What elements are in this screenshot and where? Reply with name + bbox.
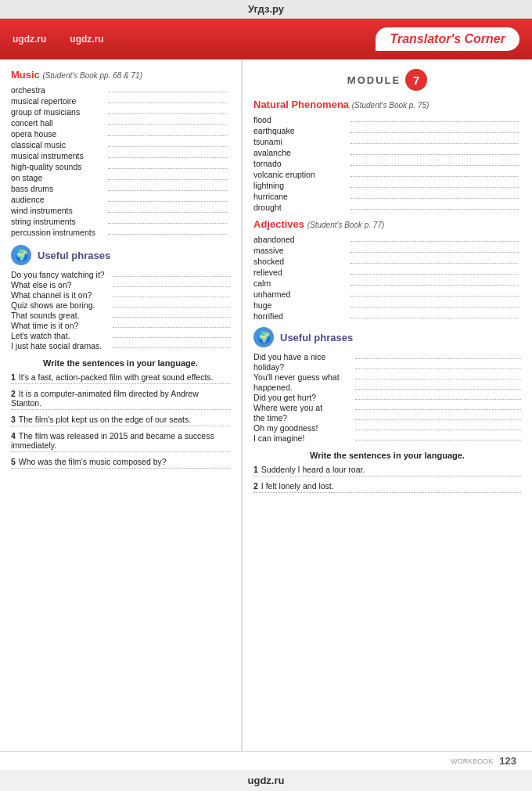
sentence-line <box>11 468 230 469</box>
vocab-dots <box>350 252 518 253</box>
vocab-word: musical instruments <box>11 151 105 160</box>
vocab-word: earthquake <box>253 126 347 135</box>
vocab-row: orchestra <box>11 85 230 95</box>
sentence-num: 3 <box>11 415 16 424</box>
vocab-row: calm <box>253 279 521 288</box>
phrase-text: Quiz shows are boring. <box>11 300 113 310</box>
sentences-1-list: 1It's a fast, action-packed film with gr… <box>11 372 230 469</box>
useful-phrases-1-header: 🌍 Useful phrases <box>11 245 230 265</box>
phrase-dots <box>113 347 230 348</box>
write-title-2: Write the sentences in your language. <box>253 451 521 460</box>
vocab-dots <box>350 154 518 155</box>
phrase-dots <box>355 399 521 400</box>
sentence-text: The film was released in 2015 and became… <box>11 431 214 450</box>
sentence-item: 1It's a fast, action-packed film with gr… <box>11 372 230 384</box>
phrase-dots <box>355 389 521 390</box>
phrase-row: Do you fancy watching it? <box>11 270 230 279</box>
vocab-dots <box>108 102 227 103</box>
vocab-word: string instruments <box>11 217 105 226</box>
sentence-item: 1Suddenly I heard a lour roar. <box>253 465 521 476</box>
useful-phrases-1-title: Useful phrases <box>38 250 110 261</box>
page-title: Translator's Corner <box>390 32 505 46</box>
phrase-dots <box>113 286 230 287</box>
vocab-row: tsunami <box>253 137 521 146</box>
vocab-row: horrified <box>253 311 521 321</box>
vocab-word: abandoned <box>253 235 347 244</box>
phrase-text: Did you get hurt? <box>253 393 355 402</box>
phrase-text: Let's watch that. <box>11 331 113 340</box>
phrase-row: You'll never guess what <box>253 372 521 382</box>
phrase-row: What else is on? <box>11 280 230 289</box>
vocab-word: volcanic eruption <box>253 170 347 179</box>
vocab-row: musical instruments <box>11 151 230 160</box>
adjectives-title: Adjectives (Student's Book p. 77) <box>253 218 521 230</box>
vocab-word: opera house <box>11 129 105 138</box>
vocab-row: volcanic eruption <box>253 170 521 179</box>
vocab-dots <box>108 234 227 235</box>
sentence-num: 2 <box>11 389 16 398</box>
phrase-row: the time? <box>253 413 521 422</box>
vocab-dots <box>108 157 227 158</box>
phrase-dots <box>113 337 230 338</box>
vocab-dots <box>350 318 518 318</box>
phrase-text: Did you have a nice <box>253 352 355 361</box>
vocab-row: massive <box>253 246 521 255</box>
vocab-row: flood <box>253 115 521 124</box>
vocab-row: concert hall <box>11 118 230 128</box>
useful-phrases-1-list: Do you fancy watching it?What else is on… <box>11 270 230 351</box>
vocab-row: tornado <box>253 159 521 168</box>
vocab-row: earthquake <box>253 126 521 135</box>
sentence-text: It's a fast, action-packed film with gre… <box>19 372 214 382</box>
vocab-dots <box>108 190 227 191</box>
vocab-dots <box>350 143 518 144</box>
vocab-dots <box>350 241 518 242</box>
vocab-dots <box>108 146 227 147</box>
vocab-dots <box>108 212 227 213</box>
vocab-dots <box>350 121 518 122</box>
vocab-dots <box>350 285 518 286</box>
vocab-row: drought <box>253 203 521 212</box>
vocab-word: on stage <box>11 173 105 182</box>
sentence-line <box>11 426 230 426</box>
bottom-site-bar: ugdz.ru <box>0 770 532 791</box>
vocab-word: orchestra <box>11 85 105 95</box>
sentence-num: 1 <box>11 372 16 382</box>
vocab-dots <box>108 223 227 224</box>
vocab-row: high-quality sounds <box>11 162 230 171</box>
vocab-word: bass drums <box>11 184 105 193</box>
globe-icon-1: 🌍 <box>11 245 31 265</box>
vocab-dots <box>350 209 518 210</box>
phrase-text: That sounds great. <box>11 311 113 320</box>
phrase-dots <box>113 317 230 318</box>
music-title: Music (Student's Book pp. 68 & 71) <box>11 69 230 81</box>
vocab-row: group of musicians <box>11 107 230 117</box>
vocab-dots <box>108 92 227 92</box>
adjectives-vocab-list: abandonedmassiveshockedrelievedcalmunhar… <box>253 235 521 321</box>
module-number: 7 <box>405 69 427 91</box>
vocab-word: high-quality sounds <box>11 162 105 171</box>
music-vocab-list: orchestramusical repertoiregroup of musi… <box>11 85 230 237</box>
sentence-line <box>11 451 230 452</box>
phrase-dots <box>355 358 521 359</box>
site-title: Угдз.ру <box>248 3 284 15</box>
sentence-text: Suddenly I heard a lour roar. <box>261 465 365 474</box>
natural-phenomena-section: Natural Phenomena (Student's Book p. 75)… <box>253 99 521 212</box>
sentence-text: It is a computer-animated film directed … <box>11 389 199 408</box>
vocab-word: relieved <box>253 268 347 277</box>
vocab-word: drought <box>253 203 347 212</box>
sentence-item: 2I felt lonely and lost. <box>253 481 521 493</box>
sentence-text: I felt lonely and lost. <box>261 481 334 491</box>
page-number: 123 <box>499 755 516 767</box>
workbook-label: WORKBOOK <box>451 757 493 765</box>
phrase-row: happened. <box>253 383 521 392</box>
vocab-row: hurricane <box>253 192 521 201</box>
vocab-word: tornado <box>253 159 347 168</box>
phrase-dots <box>113 307 230 307</box>
phrase-text: I just hate social dramas. <box>11 341 113 351</box>
useful-phrases-2-list: Did you have a niceholiday?You'll never … <box>253 352 521 443</box>
useful-phrases-2-title: Useful phrases <box>280 332 353 343</box>
vocab-row: bass drums <box>11 184 230 193</box>
vocab-dots <box>350 187 518 188</box>
vocab-dots <box>350 176 518 177</box>
phrase-row: Did you have a nice <box>253 352 521 361</box>
